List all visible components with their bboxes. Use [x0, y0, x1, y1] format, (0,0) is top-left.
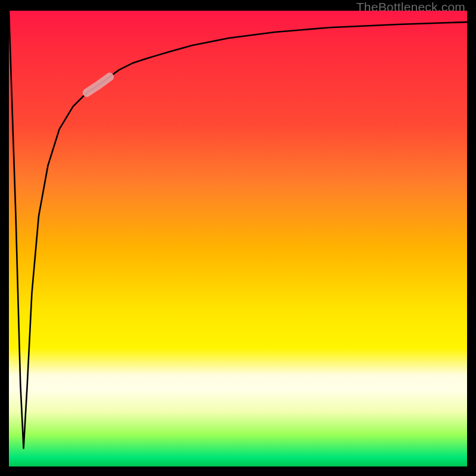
plot-area	[9, 11, 467, 466]
highlight-segment	[87, 77, 110, 93]
chart-frame: TheBottleneck.com	[0, 0, 476, 476]
curve-svg	[9, 11, 467, 466]
data-curve	[9, 11, 467, 448]
